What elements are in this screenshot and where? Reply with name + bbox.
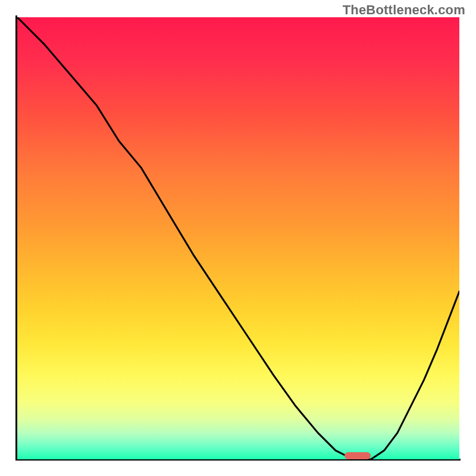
curve-path [17,17,459,459]
curve-svg [17,17,459,459]
plot-area [17,17,459,459]
watermark-text: TheBottleneck.com [343,2,465,18]
chart-container: TheBottleneck.com [0,0,476,476]
valley-marker [345,452,371,459]
